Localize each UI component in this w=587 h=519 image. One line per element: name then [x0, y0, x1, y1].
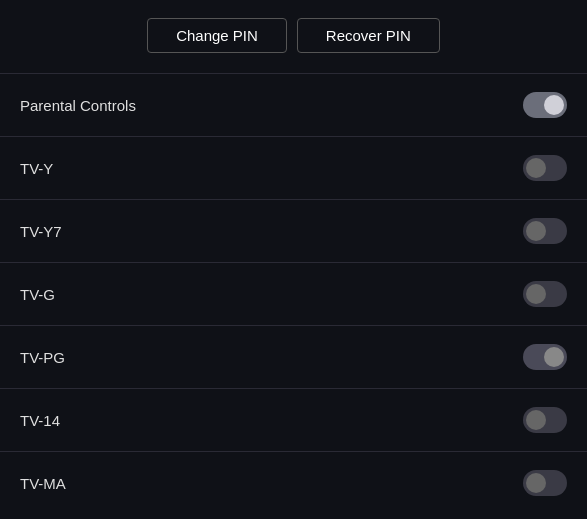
- rating-label-tv-g: TV-G: [20, 286, 55, 303]
- rating-toggle-tv-y[interactable]: [523, 155, 567, 181]
- rating-toggle-tv-pg[interactable]: [523, 344, 567, 370]
- ratings-list: TV-YTV-Y7TV-GTV-PGTV-14TV-MA: [0, 137, 587, 514]
- rating-label-tv-y7: TV-Y7: [20, 223, 62, 240]
- parental-controls-row: Parental Controls: [0, 74, 587, 136]
- toggle-thumb: [544, 347, 564, 367]
- rating-label-tv-ma: TV-MA: [20, 475, 66, 492]
- rating-row-tv-y: TV-Y: [0, 137, 587, 200]
- pin-buttons-container: Change PIN Recover PIN: [0, 0, 587, 73]
- parental-controls-label: Parental Controls: [20, 97, 136, 114]
- toggle-thumb: [544, 95, 564, 115]
- rating-row-tv-g: TV-G: [0, 263, 587, 326]
- rating-label-tv-y: TV-Y: [20, 160, 53, 177]
- toggle-thumb: [526, 221, 546, 241]
- rating-toggle-tv-14[interactable]: [523, 407, 567, 433]
- rating-label-tv-pg: TV-PG: [20, 349, 65, 366]
- toggle-thumb: [526, 284, 546, 304]
- change-pin-button[interactable]: Change PIN: [147, 18, 287, 53]
- rating-label-tv-14: TV-14: [20, 412, 60, 429]
- toggle-thumb: [526, 158, 546, 178]
- rating-toggle-tv-y7[interactable]: [523, 218, 567, 244]
- rating-row-tv-pg: TV-PG: [0, 326, 587, 389]
- rating-row-tv-14: TV-14: [0, 389, 587, 452]
- rating-toggle-tv-ma[interactable]: [523, 470, 567, 496]
- rating-row-tv-y7: TV-Y7: [0, 200, 587, 263]
- toggle-thumb: [526, 410, 546, 430]
- recover-pin-button[interactable]: Recover PIN: [297, 18, 440, 53]
- parental-controls-toggle[interactable]: [523, 92, 567, 118]
- rating-toggle-tv-g[interactable]: [523, 281, 567, 307]
- toggle-thumb: [526, 473, 546, 493]
- rating-row-tv-ma: TV-MA: [0, 452, 587, 514]
